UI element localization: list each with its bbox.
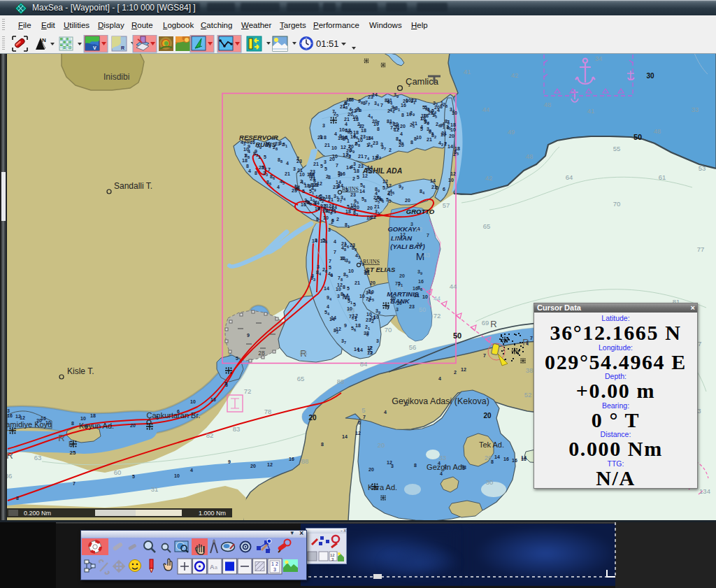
svg-text:14: 14 xyxy=(354,347,359,352)
svg-text:65: 65 xyxy=(297,375,305,382)
svg-text:14: 14 xyxy=(324,286,329,291)
svg-text:R: R xyxy=(6,450,13,461)
svg-text:18: 18 xyxy=(355,323,361,328)
svg-text:12: 12 xyxy=(359,124,364,129)
svg-text:21: 21 xyxy=(374,204,380,209)
svg-text:3: 3 xyxy=(7,408,10,413)
svg-text:23: 23 xyxy=(259,165,264,170)
svg-text:9: 9 xyxy=(344,323,347,328)
svg-text:21: 21 xyxy=(344,117,350,122)
svg-text:7: 7 xyxy=(530,336,533,340)
svg-text:6: 6 xyxy=(443,187,445,192)
svg-text:5: 5 xyxy=(156,415,159,420)
svg-text:6: 6 xyxy=(177,409,180,414)
svg-text:63: 63 xyxy=(34,454,42,461)
svg-text:30: 30 xyxy=(486,478,494,486)
svg-text:20: 20 xyxy=(390,296,396,301)
svg-text:16: 16 xyxy=(250,140,255,145)
svg-text:41: 41 xyxy=(587,107,595,115)
svg-text:2: 2 xyxy=(368,297,371,302)
svg-text:12: 12 xyxy=(382,179,388,184)
svg-text:50: 50 xyxy=(633,133,642,141)
svg-text:23: 23 xyxy=(366,317,371,322)
svg-text:4: 4 xyxy=(400,131,403,136)
svg-text:18: 18 xyxy=(353,130,359,135)
svg-text:21: 21 xyxy=(297,168,303,173)
svg-text:21: 21 xyxy=(313,162,319,166)
svg-text:RUINS: RUINS xyxy=(363,259,380,265)
svg-text:12: 12 xyxy=(450,171,456,176)
svg-text:23: 23 xyxy=(310,176,315,181)
svg-text:10: 10 xyxy=(190,399,196,404)
svg-text:2: 2 xyxy=(371,319,374,324)
svg-text:10: 10 xyxy=(307,172,313,177)
svg-text:84: 84 xyxy=(360,360,368,368)
svg-text:12: 12 xyxy=(317,181,322,186)
svg-text:5: 5 xyxy=(357,175,359,180)
svg-text:134: 134 xyxy=(699,487,710,495)
svg-text:16: 16 xyxy=(315,206,320,211)
svg-text:V: V xyxy=(93,45,96,50)
svg-text:20: 20 xyxy=(368,467,374,472)
svg-text:R: R xyxy=(490,319,496,329)
svg-text:8: 8 xyxy=(401,113,404,117)
svg-text:20: 20 xyxy=(434,105,440,110)
svg-text:10: 10 xyxy=(331,145,337,150)
svg-text:28: 28 xyxy=(258,350,265,357)
svg-text:21: 21 xyxy=(414,293,420,298)
svg-text:4: 4 xyxy=(438,376,441,381)
svg-text:16: 16 xyxy=(366,215,372,220)
svg-text:14: 14 xyxy=(367,165,373,170)
svg-text:3: 3 xyxy=(322,123,325,128)
svg-text:23: 23 xyxy=(292,188,297,193)
svg-text:72: 72 xyxy=(244,387,252,395)
svg-text:42: 42 xyxy=(485,174,493,182)
svg-text:2: 2 xyxy=(352,176,355,181)
svg-text:0.200 Nm: 0.200 Nm xyxy=(24,510,51,517)
svg-text:12: 12 xyxy=(386,183,392,188)
svg-text:8: 8 xyxy=(414,463,417,468)
svg-text:44: 44 xyxy=(482,106,490,113)
svg-text:10: 10 xyxy=(373,315,379,320)
svg-text:16: 16 xyxy=(7,413,13,418)
svg-text:20: 20 xyxy=(378,441,385,449)
svg-text:1.000 Nm: 1.000 Nm xyxy=(199,510,226,517)
svg-text:10: 10 xyxy=(339,127,345,132)
svg-text:1: 1 xyxy=(345,135,348,140)
svg-text:5: 5 xyxy=(324,166,327,171)
svg-text:20: 20 xyxy=(405,198,410,203)
svg-text:3: 3 xyxy=(410,222,413,227)
svg-text:5: 5 xyxy=(236,356,238,361)
svg-text:9: 9 xyxy=(248,144,250,149)
svg-text:14: 14 xyxy=(314,201,320,206)
svg-text:4: 4 xyxy=(330,273,333,278)
svg-text:12: 12 xyxy=(461,367,466,372)
svg-text:14: 14 xyxy=(342,434,348,439)
svg-text:7: 7 xyxy=(363,415,366,420)
svg-text:4: 4 xyxy=(334,239,336,244)
svg-text:7: 7 xyxy=(334,250,336,254)
svg-text:5: 5 xyxy=(353,302,356,307)
svg-text:21: 21 xyxy=(285,171,290,176)
svg-text:4: 4 xyxy=(349,107,352,112)
svg-text:88: 88 xyxy=(337,378,345,385)
svg-text:4: 4 xyxy=(277,185,280,189)
svg-text:8: 8 xyxy=(377,127,380,131)
svg-text:9: 9 xyxy=(315,238,317,243)
svg-text:3: 3 xyxy=(317,264,320,269)
svg-text:21: 21 xyxy=(427,137,432,142)
svg-text:4: 4 xyxy=(438,461,441,466)
svg-text:44: 44 xyxy=(450,282,457,290)
svg-text:70: 70 xyxy=(385,326,392,334)
svg-text:18: 18 xyxy=(361,128,366,133)
svg-text:77: 77 xyxy=(697,245,705,253)
svg-text:78: 78 xyxy=(264,408,272,415)
svg-text:1: 1 xyxy=(406,401,408,406)
svg-text:4: 4 xyxy=(190,468,193,473)
svg-text:7: 7 xyxy=(380,103,383,108)
svg-text:20: 20 xyxy=(400,124,406,129)
svg-text:70: 70 xyxy=(613,200,621,208)
svg-text:8: 8 xyxy=(410,140,413,145)
svg-text:7: 7 xyxy=(73,481,76,486)
svg-text:5: 5 xyxy=(436,185,438,190)
